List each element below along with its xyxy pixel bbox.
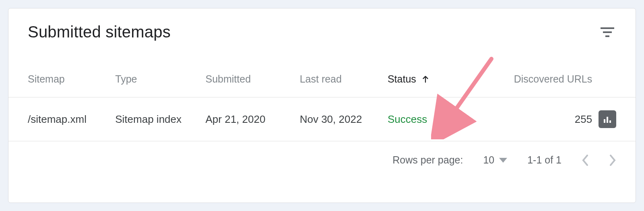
column-header-status-label: Status xyxy=(388,73,416,85)
chevron-right-icon xyxy=(609,155,616,166)
caret-down-icon xyxy=(499,158,507,163)
svg-rect-2 xyxy=(605,35,609,37)
arrow-up-icon xyxy=(421,75,430,84)
cell-last-read: Nov 30, 2022 xyxy=(300,113,388,126)
column-header-status[interactable]: Status xyxy=(388,73,488,85)
submitted-sitemaps-card: Submitted sitemaps Sitemap Type Submitte… xyxy=(8,8,636,203)
svg-rect-4 xyxy=(607,117,608,123)
card-header: Submitted sitemaps xyxy=(8,8,636,49)
table-header-row: Sitemap Type Submitted Last read Status … xyxy=(8,49,636,97)
cell-discovered-urls: 255 xyxy=(488,113,592,126)
pagination-range: 1-1 of 1 xyxy=(527,154,561,166)
svg-rect-1 xyxy=(603,31,612,33)
view-index-coverage-button[interactable] xyxy=(599,110,616,128)
filter-button[interactable] xyxy=(599,23,616,41)
column-header-last-read[interactable]: Last read xyxy=(300,73,388,85)
rows-per-page-select[interactable]: 10 xyxy=(483,154,507,166)
cell-submitted: Apr 21, 2020 xyxy=(205,113,299,126)
svg-rect-5 xyxy=(609,120,611,123)
cell-status: Success xyxy=(388,113,488,126)
svg-rect-3 xyxy=(604,119,605,123)
pagination-footer: Rows per page: 10 1-1 of 1 xyxy=(8,141,636,179)
column-header-submitted[interactable]: Submitted xyxy=(205,73,299,85)
panel-title: Submitted sitemaps xyxy=(28,23,171,41)
filter-icon xyxy=(601,27,614,37)
cell-sitemap: /sitemap.xml xyxy=(28,113,115,126)
rows-per-page-value: 10 xyxy=(483,154,494,166)
next-page-button[interactable] xyxy=(609,155,616,166)
table-row[interactable]: /sitemap.xml Sitemap index Apr 21, 2020 … xyxy=(8,97,636,141)
bar-chart-icon xyxy=(603,114,612,124)
svg-rect-0 xyxy=(601,27,614,29)
cell-type: Sitemap index xyxy=(115,113,205,126)
rows-per-page-label: Rows per page: xyxy=(392,154,463,166)
column-header-discovered-urls[interactable]: Discovered URLs xyxy=(488,73,592,85)
previous-page-button[interactable] xyxy=(582,155,589,166)
column-header-sitemap[interactable]: Sitemap xyxy=(28,73,115,85)
column-header-type[interactable]: Type xyxy=(115,73,205,85)
chevron-left-icon xyxy=(582,155,589,166)
